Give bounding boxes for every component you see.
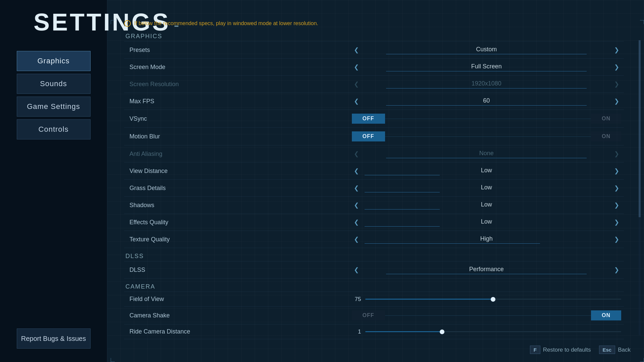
grass-details-next-button[interactable]: ❯ (612, 183, 621, 193)
table-row: Anti Aliasing ❮ None ❯ (124, 145, 624, 163)
camera-shake-line (385, 315, 591, 316)
setting-label: Effects Quality (124, 214, 349, 231)
anti-aliasing-underline (386, 158, 587, 158)
setting-label: VSync (124, 110, 349, 128)
view-distance-prev-button[interactable]: ❮ (352, 166, 361, 176)
setting-label: Motion Blur (124, 128, 349, 145)
setting-control: ❮ Custom ❯ (349, 42, 624, 59)
vsync-line (385, 119, 591, 119)
motion-blur-line (385, 136, 591, 137)
grass-details-prev-button[interactable]: ❮ (352, 183, 361, 193)
sidebar: SETTINGS- Graphics Sounds Game Settings … (0, 0, 107, 362)
fov-slider-track[interactable] (365, 299, 622, 300)
setting-label: Camera Shake (124, 307, 349, 324)
max-fps-prev-button[interactable]: ❮ (352, 97, 361, 106)
report-bugs-button[interactable]: Report Bugs & Issues (17, 328, 91, 349)
fov-slider-container: 75 (352, 296, 622, 303)
nav-graphics[interactable]: Graphics (17, 51, 91, 71)
texture-quality-value-container: High (361, 235, 612, 244)
back-key-badge[interactable]: Esc (599, 346, 615, 354)
setting-control: ❮ Performance ❯ (349, 261, 624, 279)
max-fps-next-button[interactable]: ❯ (612, 97, 621, 106)
setting-control: OFF ON (349, 110, 624, 128)
main-content: ! If below the recommended specs, play i… (107, 0, 644, 362)
setting-control: ❮ Full Screen ❯ (349, 59, 624, 76)
effects-quality-prev-button[interactable]: ❮ (352, 218, 361, 227)
warning-text: If below the recommended specs, play in … (134, 20, 318, 26)
camera-shake-off-button[interactable]: OFF (352, 310, 385, 320)
setting-control: ❮ Low ❯ (349, 197, 624, 214)
view-distance-next-button[interactable]: ❯ (612, 166, 621, 176)
anti-aliasing-selector: ❮ None ❯ (352, 149, 622, 159)
presets-prev-button[interactable]: ❮ (352, 45, 361, 55)
nav-controls[interactable]: Controls (17, 119, 91, 139)
view-distance-underline (365, 175, 440, 175)
camera-distance-slider-track[interactable] (365, 331, 622, 332)
texture-quality-selector: ❮ High ❯ (352, 235, 622, 244)
dlss-settings-table: DLSS ❮ Performance ❯ (124, 261, 624, 279)
table-row: View Distance ❮ Low ❯ (124, 163, 624, 180)
setting-control: ❮ Low ❯ (349, 180, 624, 197)
dlss-next-button[interactable]: ❯ (612, 265, 621, 275)
nav-sounds[interactable]: Sounds (17, 74, 91, 94)
table-row: DLSS ❮ Performance ❯ (124, 261, 624, 279)
setting-label: Screen Resolution (124, 76, 349, 93)
setting-control: ❮ None ❯ (349, 145, 624, 163)
texture-quality-underline (365, 243, 540, 244)
grass-details-underline (365, 192, 440, 192)
motion-blur-off-button[interactable]: OFF (352, 131, 385, 141)
dlss-value: Performance (469, 266, 504, 273)
table-row: Screen Resolution ❮ 644x362 ❯ (124, 76, 624, 93)
setting-label: DLSS (124, 261, 349, 279)
table-row: Screen Mode ❮ Full Screen ❯ (124, 59, 624, 76)
dlss-prev-button[interactable]: ❮ (352, 265, 361, 275)
grass-details-value: Low (481, 184, 492, 191)
grass-details-value-container: Low (361, 184, 612, 192)
anti-aliasing-value-container: None (361, 150, 612, 158)
screen-mode-selector: ❮ Full Screen ❯ (352, 62, 622, 72)
screen-mode-prev-button[interactable]: ❮ (352, 62, 361, 72)
camera-distance-slider-thumb[interactable] (440, 329, 444, 334)
effects-quality-selector: ❮ Low ❯ (352, 218, 622, 227)
screen-mode-next-button[interactable]: ❯ (612, 62, 621, 72)
presets-underline (386, 54, 587, 54)
screen-mode-underline (386, 71, 587, 71)
max-fps-value: 60 (483, 97, 490, 104)
texture-quality-prev-button[interactable]: ❮ (352, 235, 361, 244)
nav-game-settings[interactable]: Game Settings (17, 97, 91, 117)
shadows-underline (365, 209, 440, 209)
shadows-value: Low (481, 201, 492, 208)
table-row: Grass Details ❮ Low ❯ (124, 180, 624, 197)
camera-settings-table: Field of View 75 Camera Shake OFF ON (124, 292, 624, 339)
graphics-section-header: Graphics (124, 33, 624, 40)
motion-blur-on-button[interactable]: ON (591, 131, 621, 141)
camera-shake-on-button[interactable]: ON (591, 310, 621, 320)
shadows-next-button[interactable]: ❯ (612, 200, 621, 210)
anti-aliasing-prev-button: ❮ (352, 149, 361, 159)
texture-quality-next-button[interactable]: ❯ (612, 235, 621, 244)
vsync-off-button[interactable]: OFF (352, 114, 385, 124)
setting-control: ❮ Low ❯ (349, 214, 624, 231)
setting-label: Anti Aliasing (124, 145, 349, 163)
setting-control: 1 (349, 324, 624, 339)
restore-key-badge[interactable]: F (530, 346, 540, 354)
nav-menu: Graphics Sounds Game Settings Controls (17, 51, 91, 139)
spacer (124, 248, 624, 253)
shadows-prev-button[interactable]: ❮ (352, 200, 361, 210)
max-fps-underline (386, 105, 587, 106)
texture-quality-value: High (480, 235, 493, 242)
setting-control: OFF ON (349, 307, 624, 324)
vsync-on-button[interactable]: ON (591, 114, 621, 124)
max-fps-value-container: 60 (361, 97, 612, 106)
dlss-value-container: Performance (361, 266, 612, 274)
presets-value: Custom (476, 46, 497, 53)
resolution-selector: ❮ 644x362 ❯ (352, 79, 622, 89)
table-row: Ride Camera Distance 1 (124, 324, 624, 339)
setting-control: ❮ 644x362 ❯ (349, 76, 624, 93)
setting-label: Shadows (124, 197, 349, 214)
fov-slider-thumb[interactable] (491, 297, 495, 302)
presets-next-button[interactable]: ❯ (612, 45, 621, 55)
effects-quality-next-button[interactable]: ❯ (612, 218, 621, 227)
fov-value: 75 (352, 296, 361, 303)
camera-distance-slider-fill (365, 331, 442, 332)
